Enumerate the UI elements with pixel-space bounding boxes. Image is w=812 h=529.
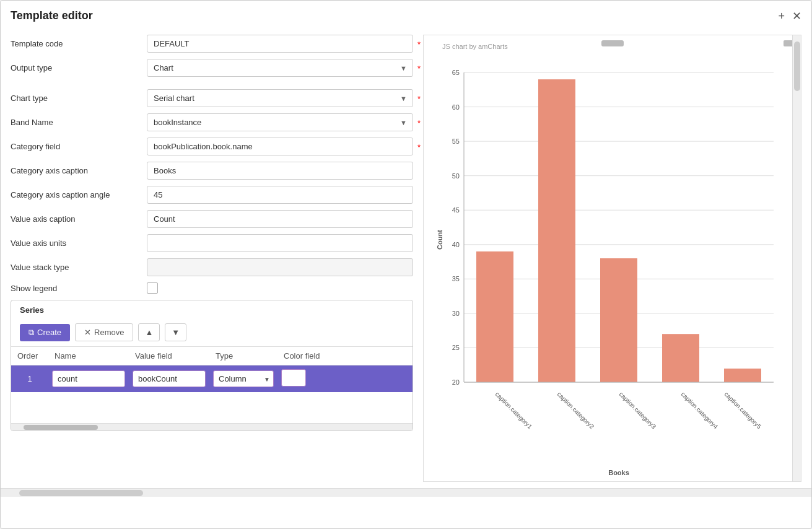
remove-label: Remove [94, 328, 124, 337]
chart-type-select-wrap: Serial chart ▼ [147, 89, 413, 107]
band-name-select[interactable]: bookInstance [147, 113, 413, 131]
svg-text:40: 40 [452, 241, 459, 248]
left-panel: Template code * Output type Chart ▼ * [11, 35, 413, 482]
series-up-button[interactable]: ▲ [138, 323, 160, 341]
x-label-5: caption.category5 [723, 391, 762, 431]
category-field-row: Category field * [11, 138, 413, 155]
output-type-label: Output type [11, 63, 147, 72]
category-axis-angle-label: Category axis caption angle [11, 190, 147, 199]
col-order: Order [11, 347, 48, 365]
svg-text:30: 30 [452, 310, 459, 317]
add-button[interactable]: + [778, 11, 785, 22]
chart-watermark: JS chart by amCharts [442, 43, 508, 50]
series-type-cell: Column ▼ [209, 365, 277, 393]
svg-text:20: 20 [452, 378, 459, 386]
dialog-header: Template editor + ✕ [1, 1, 811, 28]
create-label: Create [37, 328, 61, 337]
bar-4 [662, 334, 699, 382]
value-axis-units-row: Value axis units [11, 234, 413, 252]
col-value-field: Value field [129, 347, 209, 365]
show-legend-wrap [147, 282, 413, 294]
x-label-1: caption.category1 [494, 391, 533, 431]
series-value-field-input[interactable] [133, 370, 206, 387]
template-code-wrap: * [147, 35, 413, 53]
series-toolbar: ⧉ Create ✕ Remove ▲ ▼ [11, 320, 413, 346]
bar-1 [476, 251, 513, 382]
output-type-wrap: Chart ▼ * [147, 59, 413, 77]
category-axis-angle-input[interactable] [147, 186, 413, 204]
output-type-select-wrap: Chart ▼ [147, 59, 413, 77]
band-name-row: Band Name bookInstance ▼ * [11, 113, 413, 131]
dialog-horizontal-scrollbar[interactable] [1, 488, 811, 497]
value-axis-units-input[interactable] [147, 234, 413, 252]
chart-vertical-scrollbar[interactable] [792, 35, 801, 481]
series-scrollbar-thumb[interactable] [24, 425, 98, 430]
series-create-button[interactable]: ⧉ Create [20, 324, 70, 341]
series-header: Series [11, 300, 413, 320]
value-axis-caption-label: Value axis caption [11, 214, 147, 224]
y-axis-label: Count [436, 230, 443, 250]
value-axis-caption-input[interactable] [147, 210, 413, 228]
template-code-row: Template code * [11, 35, 413, 53]
output-type-select[interactable]: Chart [147, 59, 413, 77]
template-code-required: * [417, 39, 421, 48]
col-color-field: Color field [277, 347, 413, 365]
close-button[interactable]: ✕ [792, 11, 801, 22]
category-axis-caption-row: Category axis caption [11, 162, 413, 180]
dialog-title: Template editor [11, 9, 93, 22]
bar-2 [538, 79, 575, 382]
svg-text:35: 35 [452, 275, 459, 282]
show-legend-checkbox[interactable] [147, 282, 158, 294]
series-order-cell: 1 [11, 365, 48, 393]
x-label-3: caption.category3 [618, 391, 657, 431]
band-name-label: Band Name [11, 118, 147, 127]
show-legend-row: Show legend [11, 282, 413, 294]
series-horizontal-scrollbar[interactable] [11, 423, 413, 431]
remove-icon: ✕ [84, 328, 91, 337]
svg-text:55: 55 [452, 138, 459, 145]
template-editor-dialog: Template editor + ✕ Template code * Outp… [0, 0, 812, 529]
bar-3 [600, 258, 637, 382]
x-axis-label: Books [608, 469, 629, 476]
series-value-field-cell [129, 365, 209, 393]
chart-svg: .chart-axis-text { font-size: 11px; fill… [436, 66, 789, 481]
category-axis-angle-row: Category axis caption angle [11, 186, 413, 204]
category-axis-caption-input[interactable] [147, 162, 413, 180]
category-axis-angle-wrap [147, 186, 413, 204]
category-field-required: * [417, 142, 421, 151]
chart-type-row: Chart type Serial chart ▼ * [11, 89, 413, 107]
output-type-row: Output type Chart ▼ * [11, 59, 413, 77]
chart-scrollbar-thumb[interactable] [794, 42, 800, 91]
series-type-select[interactable]: Column [213, 370, 274, 387]
chart-type-required: * [417, 94, 421, 103]
chart-panel: JS chart by amCharts .chart-axis-text { … [423, 35, 801, 482]
dialog-scrollbar-thumb[interactable] [19, 490, 143, 496]
svg-text:50: 50 [452, 172, 459, 180]
series-table: Order Name Value field Type Color field … [11, 346, 413, 423]
template-code-input[interactable] [147, 35, 413, 53]
value-stack-type-input[interactable] [147, 258, 413, 276]
series-color-swatch[interactable] [281, 369, 306, 387]
value-axis-caption-wrap [147, 210, 413, 228]
bar-5 [724, 369, 761, 382]
series-name-input[interactable] [52, 370, 125, 387]
col-type: Type [209, 347, 277, 365]
chart-type-select[interactable]: Serial chart [147, 89, 413, 107]
value-axis-units-label: Value axis units [11, 238, 147, 248]
series-down-button[interactable]: ▼ [165, 323, 186, 341]
chart-wrap: JS chart by amCharts .chart-axis-text { … [424, 35, 801, 481]
series-type-select-wrap: Column ▼ [213, 370, 274, 387]
series-box: Series ⧉ Create ✕ Remove ▲ ▼ [11, 300, 413, 431]
svg-text:45: 45 [452, 206, 459, 214]
chart-svg-wrap: .chart-axis-text { font-size: 11px; fill… [424, 54, 801, 481]
series-remove-button[interactable]: ✕ Remove [75, 323, 133, 341]
value-axis-units-wrap [147, 234, 413, 252]
template-code-label: Template code [11, 39, 147, 48]
chart-type-label: Chart type [11, 94, 147, 103]
svg-text:25: 25 [452, 344, 459, 351]
chart-drag-handle[interactable] [601, 40, 624, 46]
category-field-input[interactable] [147, 138, 413, 155]
x-label-2: caption.category2 [556, 391, 595, 431]
category-axis-caption-wrap [147, 162, 413, 180]
series-name-cell [48, 365, 129, 393]
